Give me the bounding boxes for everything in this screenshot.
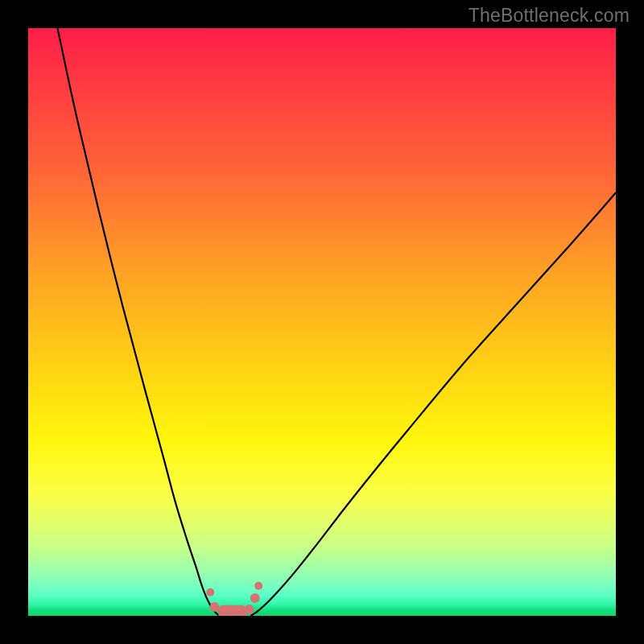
dip-marker [244,605,254,614]
marker-group [206,582,262,616]
curve-group [58,28,617,615]
plot-area [28,28,616,616]
left-branch-path [58,28,220,615]
chart-stage: TheBottleneck.com [0,0,644,644]
dip-marker [206,588,214,597]
right-branch-path [251,192,616,615]
dip-marker [209,602,219,612]
dip-marker [254,582,262,590]
dip-marker [250,593,260,603]
curve-svg [28,28,616,616]
watermark-text: TheBottleneck.com [469,5,630,27]
